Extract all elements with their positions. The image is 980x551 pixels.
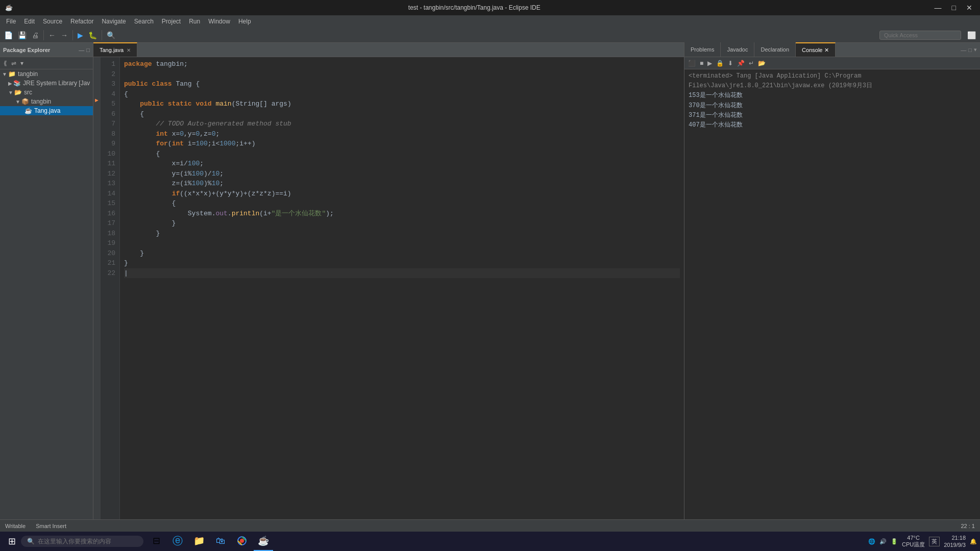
console-clear-button[interactable]: ⬛ — [687, 59, 697, 67]
line-num-13: 13 — [103, 179, 115, 189]
taskbar-chrome[interactable] — [232, 532, 252, 551]
tab-declaration-label: Declaration — [761, 46, 789, 53]
minimize-panel-icon[interactable]: — — [79, 47, 84, 53]
console-terminated-line: <terminated> Tang [Java Application] C:\… — [689, 71, 976, 91]
menu-run[interactable]: Run — [185, 17, 204, 26]
taskbar-eclipse[interactable]: ☕ — [254, 532, 273, 551]
java-file-icon: ☕ — [24, 107, 32, 114]
clock-time: 21:18 — [944, 534, 966, 541]
menu-file[interactable]: File — [2, 17, 20, 26]
taskbar-task-view[interactable]: ⊟ — [146, 532, 166, 551]
code-editor[interactable]: package tangbin; public class Tang {{ pu… — [120, 57, 684, 529]
tray-volume-icon[interactable]: 🔊 — [879, 538, 887, 545]
menu-source[interactable]: Source — [39, 17, 66, 26]
run-button[interactable]: ▶ — [76, 30, 85, 40]
minimize-button[interactable]: — — [932, 4, 944, 12]
chrome-icon — [236, 535, 248, 546]
console-word-wrap-button[interactable]: ↵ — [747, 59, 755, 67]
pkg-menu-button[interactable]: ▾ — [19, 59, 25, 67]
menu-project[interactable]: Project — [158, 17, 185, 26]
package-explorer-header: Package Explorer — □ — [0, 43, 93, 57]
taskbar-apps: ⊟ ⓔ 📁 🛍 ☕ — [146, 532, 273, 551]
maximize-button[interactable]: □ — [949, 4, 959, 12]
console-scroll-lock-button[interactable]: 🔒 — [715, 59, 725, 67]
status-writable: Writable — [5, 523, 26, 529]
menu-refactor[interactable]: Refactor — [66, 17, 97, 26]
console-tab-bar: Problems Javadoc Declaration Console ✕ —… — [684, 43, 980, 57]
tray-network-icon[interactable]: 🌐 — [868, 538, 875, 545]
console-output-line-1: 153是一个水仙花数 — [689, 91, 976, 101]
notification-icon[interactable]: 🔔 — [970, 538, 977, 545]
code-line-19 — [124, 238, 680, 248]
tab-javadoc[interactable]: Javadoc — [721, 42, 754, 57]
editor-panel: Tang.java ✕ ► 1 2 3 4 5 6 7 8 9 — [93, 43, 684, 536]
editor-tabs: Tang.java ✕ — [93, 43, 684, 57]
tray-lang[interactable]: 英 — [929, 537, 940, 546]
print-button[interactable]: 🖨 — [30, 30, 41, 40]
console-terminate-button[interactable]: ■ — [698, 59, 705, 67]
console-output-line-3: 371是一个水仙花数 — [689, 111, 976, 120]
code-line-4: { — [124, 89, 680, 99]
forward-button[interactable]: → — [59, 30, 70, 40]
tree-item-tang-java[interactable]: ☕ Tang.java — [0, 106, 93, 115]
taskbar-search-input[interactable] — [38, 538, 137, 545]
tab-console[interactable]: Console ✕ — [796, 42, 836, 57]
console-maximize-icon[interactable]: □ — [968, 47, 972, 53]
expand-arrow-tangbin: ▼ — [2, 71, 7, 77]
console-relaunch-button[interactable]: ▶ — [706, 59, 714, 67]
debug-button[interactable]: 🐛 — [86, 30, 99, 40]
tree-item-jre[interactable]: ▶ 📚 JRE System Library [Jav — [0, 79, 93, 88]
link-editor-button[interactable]: ⇌ — [10, 59, 18, 67]
code-line-17: } — [124, 218, 680, 229]
console-output-area[interactable]: <terminated> Tang [Java Application] C:\… — [684, 69, 980, 536]
menu-edit[interactable]: Edit — [20, 17, 39, 26]
taskbar: ⊞ 🔍 ⊟ ⓔ 📁 🛍 ☕ 🌐 🔊 🔋 47°C CPU温度 英 21:18 — [0, 532, 980, 551]
line-num-19: 19 — [103, 238, 115, 248]
console-minimize-icon[interactable]: — — [961, 47, 966, 53]
taskbar-search-box[interactable]: 🔍 — [21, 536, 143, 547]
start-button[interactable]: ⊞ — [3, 534, 21, 549]
menu-navigate[interactable]: Navigate — [97, 17, 130, 26]
search-btn[interactable]: 🔍 — [105, 30, 117, 40]
tree-item-tangbin-pkg[interactable]: ▼ 📦 tangbin — [0, 97, 93, 106]
console-view-menu-icon[interactable]: ▾ — [974, 46, 977, 53]
menu-help[interactable]: Help — [234, 17, 255, 26]
tab-problems[interactable]: Problems — [684, 42, 721, 57]
menu-bar: File Edit Source Refactor Navigate Searc… — [0, 15, 980, 28]
line-num-2: 2 — [103, 69, 115, 80]
tree-item-src[interactable]: ▼ 📂 src — [0, 88, 93, 97]
tree-label-src: src — [24, 89, 32, 96]
new-button[interactable]: 📄 — [2, 30, 15, 40]
menu-window[interactable]: Window — [204, 17, 234, 26]
save-button[interactable]: 💾 — [16, 30, 29, 40]
close-button[interactable]: ✕ — [964, 4, 975, 12]
project-icon: 📁 — [8, 70, 16, 78]
maximize-panel-icon[interactable]: □ — [86, 47, 90, 53]
menu-search[interactable]: Search — [130, 17, 158, 26]
tab-declaration[interactable]: Declaration — [754, 42, 796, 57]
taskbar-edge[interactable]: ⓔ — [168, 532, 187, 551]
taskbar-store[interactable]: 🛍 — [211, 532, 230, 551]
tree-item-tangbin[interactable]: ▼ 📁 tangbin — [0, 69, 93, 79]
code-line-21: } — [124, 258, 680, 268]
tray-battery-icon: 🔋 — [891, 538, 898, 545]
code-line-8: int x=0,y=0,z=0; — [124, 129, 680, 139]
code-line-2 — [124, 69, 680, 80]
tab-tang-java[interactable]: Tang.java ✕ — [93, 42, 137, 57]
console-header-icons: — □ ▾ — [961, 46, 980, 53]
back-button[interactable]: ← — [46, 30, 58, 40]
collapse-all-button[interactable]: ⟪ — [2, 59, 9, 67]
taskbar-explorer[interactable]: 📁 — [189, 532, 209, 551]
editor-area[interactable]: ► 1 2 3 4 5 6 7 8 9 10 11 12 13 14 15 16… — [93, 57, 684, 529]
system-clock[interactable]: 21:18 2019/9/3 — [944, 534, 966, 549]
perspectives-button[interactable]: ⬜ — [965, 30, 978, 40]
tab-tang-java-close[interactable]: ✕ — [127, 47, 131, 53]
quick-access-input[interactable] — [879, 31, 961, 40]
console-pin-button[interactable]: 📌 — [736, 59, 746, 67]
console-scroll-end-button[interactable]: ⬇ — [726, 59, 734, 67]
tray-temp: 47°C CPU温度 — [902, 535, 925, 548]
line-num-7: 7 — [103, 119, 115, 129]
console-open-file-button[interactable]: 📂 — [756, 59, 767, 67]
tab-console-close[interactable]: ✕ — [824, 47, 829, 54]
code-line-15: { — [124, 198, 680, 209]
